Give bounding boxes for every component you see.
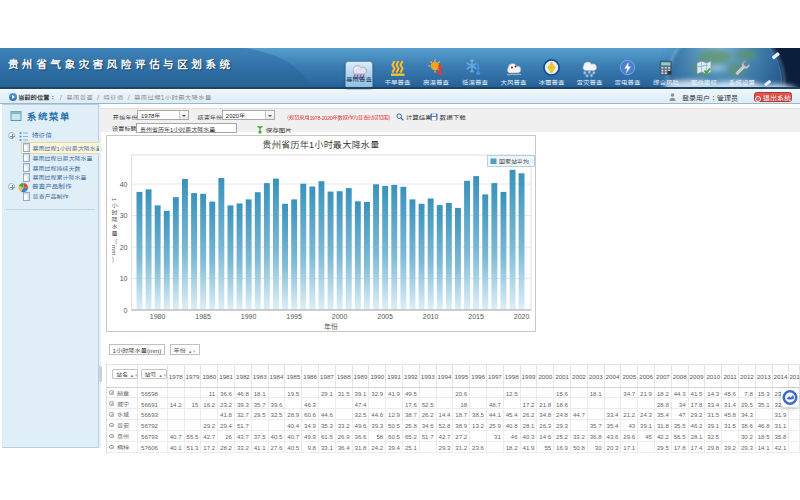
svg-text:2005: 2005: [377, 313, 393, 320]
svg-text:2015: 2015: [468, 313, 484, 320]
svg-text:2000: 2000: [332, 313, 348, 320]
svg-text:国家站平均: 国家站平均: [499, 158, 529, 165]
svg-text:2020: 2020: [514, 313, 530, 320]
svg-text:1990: 1990: [241, 313, 257, 320]
svg-text:30: 30: [120, 212, 128, 219]
svg-text:年份: 年份: [324, 322, 338, 331]
svg-text:1995: 1995: [286, 313, 302, 320]
svg-text:10: 10: [120, 275, 128, 282]
svg-text:1985: 1985: [195, 313, 211, 320]
svg-text:2010: 2010: [423, 313, 439, 320]
svg-text:40: 40: [120, 181, 128, 188]
svg-text:0: 0: [124, 307, 128, 314]
svg-text:20: 20: [120, 244, 128, 251]
svg-text:1980: 1980: [150, 313, 166, 320]
